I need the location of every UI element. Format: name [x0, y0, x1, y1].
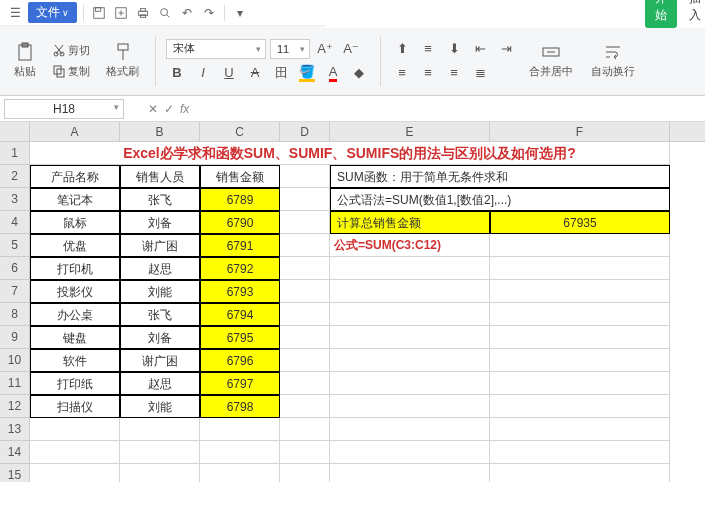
cell[interactable]: 6797	[200, 372, 280, 395]
paste-button[interactable]: 粘贴	[8, 40, 42, 81]
row-header[interactable]: 8	[0, 303, 30, 326]
cell[interactable]	[280, 280, 330, 303]
cell[interactable]	[280, 188, 330, 211]
bold-button[interactable]: B	[166, 62, 188, 84]
cell[interactable]: 打印机	[30, 257, 120, 280]
font-select[interactable]: 宋体	[166, 39, 266, 59]
cell[interactable]: 6793	[200, 280, 280, 303]
cell[interactable]	[490, 349, 670, 372]
indent-right-icon[interactable]: ⇥	[495, 38, 517, 60]
spreadsheet-grid[interactable]: A B C D E F 1 Excel必学求和函数SUM、SUMIF、SUMIF…	[0, 122, 705, 482]
cell[interactable]: 销售人员	[120, 165, 200, 188]
cell[interactable]: 计算总销售金额	[330, 211, 490, 234]
cell[interactable]	[330, 257, 490, 280]
row-header[interactable]: 1	[0, 142, 30, 165]
preview-icon[interactable]	[156, 4, 174, 22]
cell[interactable]: 投影仪	[30, 280, 120, 303]
italic-button[interactable]: I	[192, 62, 214, 84]
cell[interactable]: 产品名称	[30, 165, 120, 188]
cell[interactable]: 6791	[200, 234, 280, 257]
align-top-icon[interactable]: ⬆	[391, 38, 413, 60]
cell[interactable]	[490, 395, 670, 418]
cell[interactable]: 优盘	[30, 234, 120, 257]
cell[interactable]: 办公桌	[30, 303, 120, 326]
cell[interactable]	[330, 395, 490, 418]
cell[interactable]: 键盘	[30, 326, 120, 349]
row-header[interactable]: 15	[0, 464, 30, 482]
row-header[interactable]: 10	[0, 349, 30, 372]
col-header[interactable]: B	[120, 122, 200, 141]
strike-button[interactable]: A	[244, 62, 266, 84]
fx-icon[interactable]: fx	[180, 102, 189, 116]
increase-font-icon[interactable]: A⁺	[314, 38, 336, 60]
tab-start[interactable]: 开始	[645, 0, 677, 28]
row-header[interactable]: 4	[0, 211, 30, 234]
cell[interactable]: 笔记本	[30, 188, 120, 211]
cell[interactable]: 6795	[200, 326, 280, 349]
cell[interactable]	[490, 326, 670, 349]
save-as-icon[interactable]	[112, 4, 130, 22]
cut-button[interactable]: 剪切	[48, 41, 94, 60]
cell[interactable]: 赵思	[120, 257, 200, 280]
cell[interactable]: 鼠标	[30, 211, 120, 234]
cell[interactable]	[490, 280, 670, 303]
undo-icon[interactable]: ↶	[178, 4, 196, 22]
title-cell[interactable]: Excel必学求和函数SUM、SUMIF、SUMIFS的用法与区别以及如何选用?	[30, 142, 670, 165]
row-header[interactable]: 9	[0, 326, 30, 349]
redo-icon[interactable]: ↷	[200, 4, 218, 22]
row-header[interactable]: 2	[0, 165, 30, 188]
row-header[interactable]: 13	[0, 418, 30, 441]
cell[interactable]: 张飞	[120, 303, 200, 326]
confirm-icon[interactable]: ✓	[164, 102, 174, 116]
fill-color-button[interactable]: 🪣	[296, 62, 318, 84]
row-header[interactable]: 6	[0, 257, 30, 280]
save-icon[interactable]	[90, 4, 108, 22]
cell[interactable]	[280, 165, 330, 188]
cell[interactable]: 软件	[30, 349, 120, 372]
cell[interactable]	[280, 372, 330, 395]
row-header[interactable]: 14	[0, 441, 30, 464]
cell[interactable]: 刘能	[120, 280, 200, 303]
cell[interactable]	[490, 257, 670, 280]
merge-center-button[interactable]: 合并居中	[523, 40, 579, 81]
cell[interactable]: 6789	[200, 188, 280, 211]
cell[interactable]: 6796	[200, 349, 280, 372]
decrease-font-icon[interactable]: A⁻	[340, 38, 362, 60]
cancel-icon[interactable]: ✕	[148, 102, 158, 116]
phonetic-button[interactable]: ◆	[348, 62, 370, 84]
col-header[interactable]: F	[490, 122, 670, 141]
align-left-icon[interactable]: ≡	[391, 62, 413, 84]
wrap-text-button[interactable]: 自动换行	[585, 40, 641, 81]
cell[interactable]	[280, 234, 330, 257]
cell[interactable]: 67935	[490, 211, 670, 234]
cell[interactable]: 刘备	[120, 211, 200, 234]
underline-button[interactable]: U	[218, 62, 240, 84]
copy-button[interactable]: 复制	[48, 62, 94, 81]
border-button[interactable]: 田	[270, 62, 292, 84]
row-header[interactable]: 5	[0, 234, 30, 257]
cell[interactable]	[280, 303, 330, 326]
indent-left-icon[interactable]: ⇤	[469, 38, 491, 60]
row-header[interactable]: 3	[0, 188, 30, 211]
select-all-corner[interactable]	[0, 122, 30, 141]
cell[interactable]: 6792	[200, 257, 280, 280]
file-menu[interactable]: 文件 ∨	[28, 2, 77, 23]
cell[interactable]	[330, 303, 490, 326]
cell[interactable]: 谢广困	[120, 349, 200, 372]
col-header[interactable]: C	[200, 122, 280, 141]
print-icon[interactable]	[134, 4, 152, 22]
row-header[interactable]: 11	[0, 372, 30, 395]
align-bottom-icon[interactable]: ⬇	[443, 38, 465, 60]
cell[interactable]	[330, 372, 490, 395]
cell[interactable]	[490, 234, 670, 257]
cell[interactable]	[330, 326, 490, 349]
dropdown-icon[interactable]: ▾	[231, 4, 249, 22]
menu-icon[interactable]: ☰	[6, 4, 24, 22]
cell[interactable]	[280, 257, 330, 280]
cell[interactable]: 扫描仪	[30, 395, 120, 418]
cell[interactable]: 刘能	[120, 395, 200, 418]
cell[interactable]	[280, 395, 330, 418]
align-right-icon[interactable]: ≡	[443, 62, 465, 84]
col-header[interactable]: E	[330, 122, 490, 141]
cell[interactable]: 公式=SUM(C3:C12)	[330, 234, 490, 257]
